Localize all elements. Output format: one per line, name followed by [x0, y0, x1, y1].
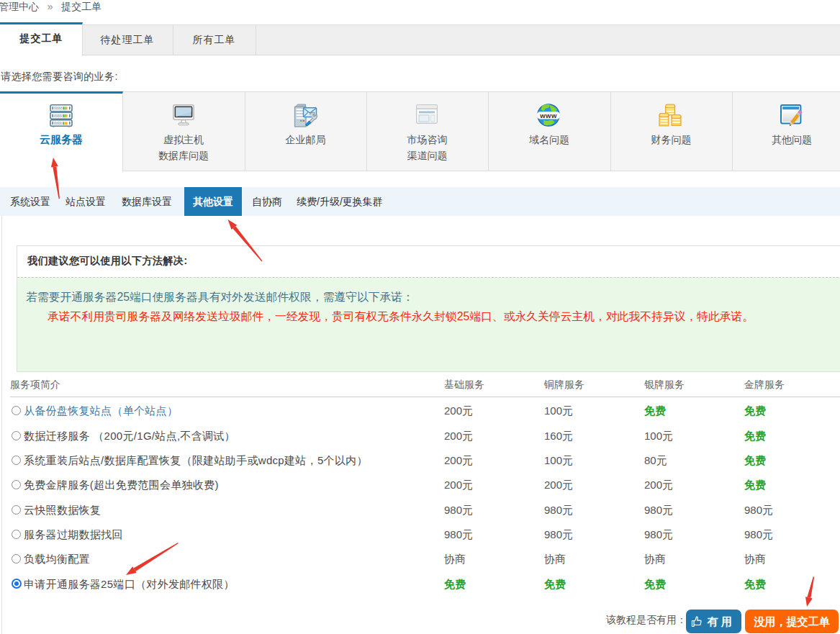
svg-text:www: www: [539, 112, 557, 119]
